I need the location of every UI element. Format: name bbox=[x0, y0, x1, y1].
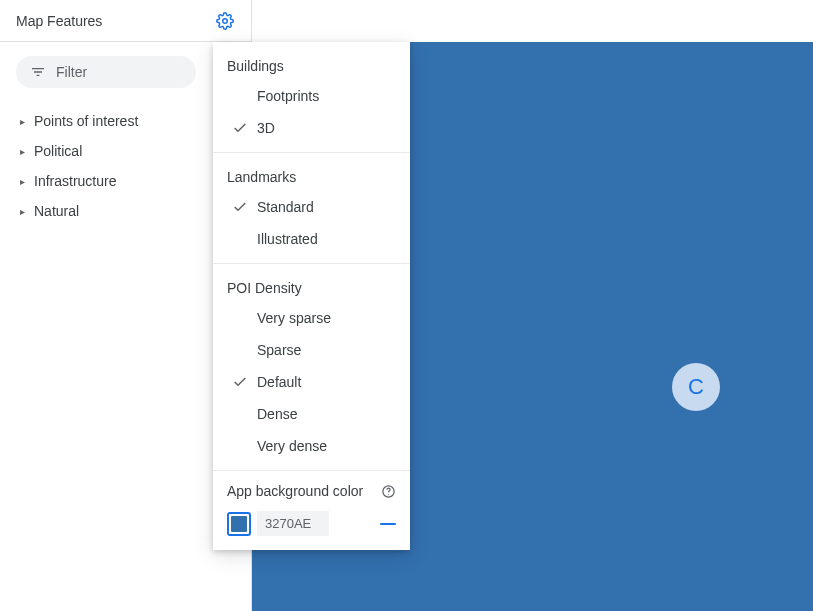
remove-icon[interactable] bbox=[380, 523, 396, 525]
tree-item-label: Political bbox=[34, 143, 82, 159]
sidebar-header: Map Features bbox=[0, 0, 251, 42]
avatar-initial: C bbox=[688, 374, 704, 400]
bgcolor-header: App background color bbox=[227, 483, 396, 499]
option-density-very-sparse[interactable]: Very sparse bbox=[213, 302, 410, 334]
swatch-fill bbox=[231, 516, 247, 532]
option-label: Illustrated bbox=[257, 229, 318, 249]
svg-point-0 bbox=[223, 18, 228, 23]
option-label: Footprints bbox=[257, 86, 319, 106]
check-icon bbox=[231, 198, 249, 216]
option-landmarks-standard[interactable]: Standard bbox=[213, 191, 410, 223]
bgcolor-controls bbox=[227, 511, 396, 536]
svg-point-2 bbox=[388, 494, 389, 495]
option-density-very-dense[interactable]: Very dense bbox=[213, 430, 410, 462]
help-icon[interactable] bbox=[380, 483, 396, 499]
tree-item-label: Natural bbox=[34, 203, 79, 219]
filter-input[interactable]: Filter bbox=[16, 56, 196, 88]
option-label: Default bbox=[257, 372, 301, 392]
avatar[interactable]: C bbox=[672, 363, 720, 411]
option-buildings-3d[interactable]: 3D bbox=[213, 112, 410, 144]
option-label: Very sparse bbox=[257, 308, 331, 328]
tree-item-label: Points of interest bbox=[34, 113, 138, 129]
caret-right-icon: ▸ bbox=[18, 117, 26, 125]
option-density-sparse[interactable]: Sparse bbox=[213, 334, 410, 366]
option-label: Very dense bbox=[257, 436, 327, 456]
sidebar-title: Map Features bbox=[16, 13, 102, 29]
section-heading: POI Density bbox=[213, 274, 410, 302]
option-label: Standard bbox=[257, 197, 314, 217]
option-landmarks-illustrated[interactable]: Illustrated bbox=[213, 223, 410, 255]
option-buildings-footprints[interactable]: Footprints bbox=[213, 80, 410, 112]
section-heading: Buildings bbox=[213, 52, 410, 80]
caret-right-icon: ▸ bbox=[18, 177, 26, 185]
color-swatch[interactable] bbox=[227, 512, 251, 536]
option-label: Dense bbox=[257, 404, 297, 424]
settings-section-bgcolor: App background color bbox=[213, 470, 410, 550]
option-label: Sparse bbox=[257, 340, 301, 360]
settings-section-landmarks: Landmarks Standard Illustrated bbox=[213, 153, 410, 263]
check-icon bbox=[231, 373, 249, 391]
bgcolor-label: App background color bbox=[227, 483, 363, 499]
tree-item-label: Infrastructure bbox=[34, 173, 116, 189]
caret-right-icon: ▸ bbox=[18, 147, 26, 155]
filter-icon bbox=[30, 64, 46, 80]
section-heading: Landmarks bbox=[213, 163, 410, 191]
caret-right-icon: ▸ bbox=[18, 207, 26, 215]
option-density-default[interactable]: Default bbox=[213, 366, 410, 398]
check-icon bbox=[231, 119, 249, 137]
settings-popover: Buildings Footprints 3D Landmarks Standa… bbox=[213, 42, 410, 550]
option-density-dense[interactable]: Dense bbox=[213, 398, 410, 430]
swatch-group bbox=[227, 511, 329, 536]
settings-section-buildings: Buildings Footprints 3D bbox=[213, 42, 410, 152]
filter-placeholder: Filter bbox=[56, 64, 87, 80]
settings-section-poi-density: POI Density Very sparse Sparse Default D… bbox=[213, 264, 410, 470]
hex-input[interactable] bbox=[257, 511, 329, 536]
gear-icon[interactable] bbox=[215, 11, 235, 31]
option-label: 3D bbox=[257, 118, 275, 138]
